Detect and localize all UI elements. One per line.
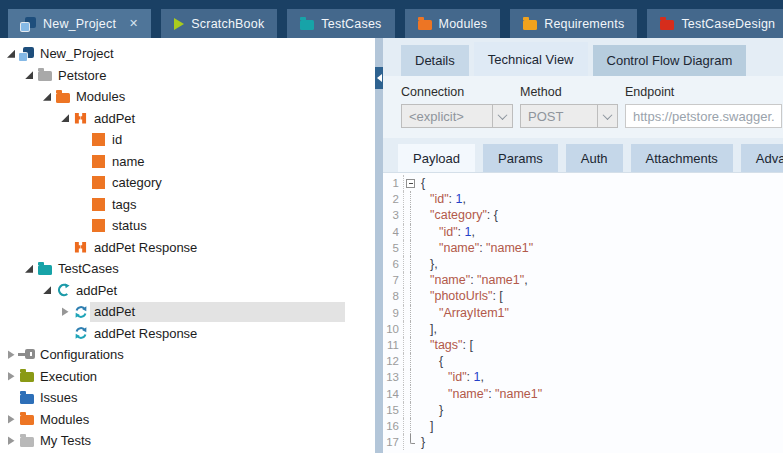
connection-value: <explicit>	[402, 109, 492, 124]
editor-line: 10],	[383, 321, 783, 337]
module-icon	[74, 112, 87, 125]
tab-testcases[interactable]: TestCases	[287, 9, 394, 38]
fold-guide	[404, 385, 418, 401]
expander-icon[interactable]	[40, 286, 54, 294]
document-tab-bar: New_Project✕ScratchBookTestCasesModulesR…	[0, 0, 783, 38]
line-number: 3	[383, 207, 404, 223]
tree-item-addpet-response[interactable]: addPet Response	[0, 237, 375, 259]
tab-params[interactable]: Params	[483, 144, 558, 172]
editor-line: 13"id": 1,	[383, 369, 783, 385]
payload-editor[interactable]: 1{2"id": 1,3"category": {4"id": 1,5"name…	[383, 172, 783, 453]
close-icon[interactable]: ✕	[129, 18, 138, 29]
tab-payload[interactable]: Payload	[398, 144, 475, 172]
expander-icon[interactable]	[58, 307, 72, 316]
tree-item-tags[interactable]: tags	[0, 194, 375, 216]
tree-item-label: TestCases	[58, 261, 119, 276]
expander-icon[interactable]	[22, 265, 36, 273]
tab-attachments[interactable]: Attachments	[631, 144, 733, 172]
tree-item-addpet-response[interactable]: addPet Response	[0, 323, 375, 345]
tree-item-my-tests[interactable]: My Tests	[0, 430, 375, 452]
expander-icon[interactable]	[58, 114, 72, 122]
folder-icon	[20, 437, 34, 447]
fold-guide	[404, 337, 418, 353]
tree-item-label: Configurations	[40, 347, 124, 362]
line-number: 1	[383, 175, 404, 191]
editor-line: 8"photoUrls": [	[383, 288, 783, 304]
method-select[interactable]: POST	[520, 104, 618, 128]
folder-icon	[20, 372, 34, 382]
tab-requirements[interactable]: Requirements	[510, 9, 637, 38]
folder-icon	[20, 415, 34, 425]
tab-control-flow-diagram[interactable]: Control Flow Diagram	[593, 45, 747, 76]
tree-item-modules[interactable]: Modules	[0, 409, 375, 431]
expander-icon[interactable]	[4, 436, 18, 445]
fold-toggle-icon[interactable]	[406, 179, 415, 188]
expander-icon[interactable]	[4, 50, 18, 58]
collapse-panel-button[interactable]	[375, 67, 383, 89]
tree-item-addpet[interactable]: addPet	[0, 108, 375, 130]
fold-guide	[404, 272, 418, 288]
editor-line: 9"ArrayItem1"	[383, 305, 783, 321]
tree-item-addpet[interactable]: addPet	[0, 280, 375, 302]
method-field-group: Method POST	[520, 85, 618, 138]
tree-item-status[interactable]: status	[0, 215, 375, 237]
expander-icon[interactable]	[40, 93, 54, 101]
editor-line: 7"name": "name1",	[383, 272, 783, 288]
tab-technical-view[interactable]: Technical View	[474, 42, 588, 76]
tab-auth[interactable]: Auth	[566, 144, 623, 172]
fold-guide	[404, 353, 418, 369]
line-number: 5	[383, 240, 404, 256]
line-number: 16	[383, 418, 404, 434]
tree-item-name[interactable]: name	[0, 151, 375, 173]
tree-item-issues[interactable]: Issues	[0, 387, 375, 409]
editor-line: 2"id": 1,	[383, 191, 783, 207]
project-tree: New_ProjectPetstoreModulesaddPetidnameca…	[0, 38, 375, 453]
tab-advanced[interactable]: Advanced	[741, 144, 783, 172]
expander-icon[interactable]	[4, 415, 18, 424]
fold-guide	[404, 418, 418, 434]
tab-testcasedesign[interactable]: TestCaseDesign	[647, 9, 783, 38]
tree-item-configurations[interactable]: Configurations	[0, 344, 375, 366]
tree-item-addpet[interactable]: addPet	[0, 301, 375, 323]
expander-icon[interactable]	[22, 71, 36, 79]
expander-icon[interactable]	[4, 350, 18, 359]
code-text: ],	[418, 322, 437, 336]
endpoint-input[interactable]	[625, 104, 782, 128]
tab-details[interactable]: Details	[401, 45, 469, 76]
play-icon	[174, 18, 184, 30]
tree-item-label: My Tests	[40, 433, 91, 448]
tree-item-label: Issues	[40, 390, 78, 405]
tree-item-id[interactable]: id	[0, 129, 375, 151]
line-number: 14	[383, 385, 404, 401]
tab-modules[interactable]: Modules	[405, 9, 501, 38]
expander-icon[interactable]	[4, 372, 18, 381]
fold-guide	[404, 434, 418, 450]
tree-item-petstore[interactable]: Petstore	[0, 65, 375, 87]
panel-splitter[interactable]	[375, 38, 383, 453]
fold-guide	[404, 240, 418, 256]
dropdown-chevron-icon	[597, 105, 617, 127]
tree-item-label: addPet	[94, 111, 135, 126]
tab-new-project[interactable]: New_Project✕	[8, 9, 151, 38]
tree-item-label: Execution	[40, 369, 97, 384]
tab-scratchbook[interactable]: ScratchBook	[161, 9, 277, 38]
editor-line: 4"id": 1,	[383, 224, 783, 240]
fold-guide	[404, 402, 418, 418]
tree-item-execution[interactable]: Execution	[0, 366, 375, 388]
tree-item-label: addPet Response	[94, 326, 197, 341]
field-icon	[92, 219, 105, 232]
line-number: 6	[383, 256, 404, 272]
tab-label: Modules	[439, 17, 488, 31]
tree-item-testcases[interactable]: TestCases	[0, 258, 375, 280]
tree-item-label: addPet Response	[94, 240, 197, 255]
tree-item-category[interactable]: category	[0, 172, 375, 194]
connection-select[interactable]: <explicit>	[401, 104, 513, 128]
folder-icon	[418, 20, 432, 30]
code-text: },	[418, 257, 438, 271]
tree-item-new-project[interactable]: New_Project	[0, 43, 375, 65]
endpoint-field-group: Endpoint	[625, 85, 782, 138]
testcase-icon	[56, 283, 70, 297]
detail-panel: DetailsTechnical ViewControl Flow Diagra…	[383, 38, 783, 453]
tree-item-label: name	[112, 154, 145, 169]
tree-item-modules[interactable]: Modules	[0, 86, 375, 108]
